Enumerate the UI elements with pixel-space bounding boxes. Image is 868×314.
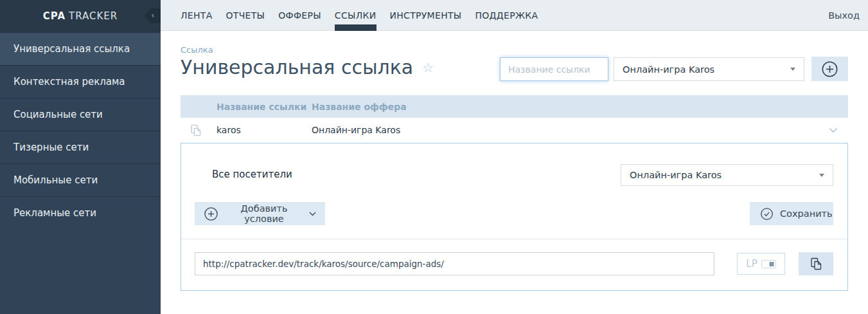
page-title: Универсальная ссылка [181, 56, 413, 78]
sidebar-item-label: Социальные сети [13, 109, 103, 120]
sidebar-item-ad-networks[interactable]: Рекламные сети [0, 196, 161, 229]
column-header-offer-name: Название оффера [312, 102, 407, 112]
breadcrumb[interactable]: Ссылка [181, 45, 213, 55]
save-label: Сохранить [780, 208, 833, 219]
sidebar-header: CPATRACKER ‹ [0, 0, 161, 32]
tab-label: ЛЕНТА [181, 10, 213, 21]
sidebar-item-label: Контекстная реклама [13, 76, 125, 88]
tracking-url-input[interactable] [195, 252, 714, 275]
tab-label: ОФФЕРЫ [278, 10, 321, 21]
sidebar-item-contextual-ads[interactable]: Контекстная реклама [0, 65, 161, 98]
tab-label: ПОДДЕРЖКА [475, 10, 538, 21]
column-header-link-name: Название ссылки [217, 102, 306, 112]
page-title-row: Универсальная ссылка ☆ [181, 56, 434, 78]
copy-url-button[interactable] [799, 252, 833, 275]
cell-link-name: karos [217, 125, 241, 135]
sidebar-item-label: Тизерные сети [13, 142, 89, 153]
panel-divider [181, 239, 847, 239]
logout-link[interactable]: Выход [828, 0, 860, 31]
link-details-panel: Все посетители Онлайн-игра Karos Добавит… [181, 143, 848, 291]
segment-label: Все посетители [212, 169, 292, 180]
tab-label: ССЫЛКИ [335, 10, 376, 21]
plus-circle-icon [204, 207, 218, 221]
app-logo-rest: TRACKER [69, 10, 118, 22]
tab-label: ОТЧЕТЫ [226, 10, 265, 21]
tab-support[interactable]: ПОДДЕРЖКА [475, 0, 538, 31]
sidebar-item-label: Универсальная ссылка [13, 43, 130, 55]
add-condition-button[interactable]: Добавить условие [195, 202, 325, 225]
check-circle-icon [760, 207, 774, 221]
copy-icon [810, 257, 822, 270]
table-header: Название ссылки Название оффера [181, 95, 848, 118]
sidebar-item-mobile-networks[interactable]: Мобильные сети [0, 163, 161, 196]
chevron-down-icon [309, 212, 316, 216]
save-button[interactable]: Сохранить [750, 202, 833, 225]
table-row[interactable]: karos Онлайн-игра Karos [181, 118, 848, 142]
sidebar: CPATRACKER ‹ Универсальная ссылка Контек… [0, 0, 161, 314]
sidebar-item-social-networks[interactable]: Социальные сети [0, 98, 161, 131]
copy-icon[interactable] [190, 124, 202, 136]
toggle-off-icon [761, 260, 776, 268]
top-navigation: ЛЕНТА ОТЧЕТЫ ОФФЕРЫ ССЫЛКИ ИНСТРУМЕНТЫ П… [161, 0, 868, 31]
tab-feed[interactable]: ЛЕНТА [181, 0, 213, 31]
sidebar-collapse-icon[interactable]: ‹ [145, 8, 161, 23]
add-link-button[interactable] [811, 57, 848, 81]
tab-links[interactable]: ССЫЛКИ [335, 0, 376, 31]
sidebar-item-label: Мобильные сети [13, 174, 98, 186]
offer-select[interactable]: Онлайн-игра Karos [614, 57, 804, 81]
sidebar-item-label: Рекламные сети [13, 207, 96, 219]
sidebar-item-teaser-networks[interactable]: Тизерные сети [0, 131, 161, 163]
tab-offers[interactable]: ОФФЕРЫ [278, 0, 321, 31]
app-logo-bold: CPA [43, 10, 66, 22]
plus-circle-icon [821, 60, 838, 78]
tab-tools[interactable]: ИНСТРУМЕНТЫ [390, 0, 462, 31]
star-icon[interactable]: ☆ [422, 60, 434, 75]
add-condition-label: Добавить условие [226, 203, 303, 224]
cell-offer-name: Онлайн-игра Karos [312, 125, 400, 135]
chevron-down-icon [790, 68, 795, 71]
app-logo: CPATRACKER [43, 10, 118, 22]
panel-offer-select[interactable]: Онлайн-игра Karos [621, 164, 833, 186]
tab-reports[interactable]: ОТЧЕТЫ [226, 0, 265, 31]
link-name-input[interactable] [500, 57, 608, 81]
offer-select-value: Онлайн-игра Karos [623, 64, 714, 75]
tab-label: ИНСТРУМЕНТЫ [390, 10, 462, 21]
sidebar-item-universal-link[interactable]: Универсальная ссылка [0, 32, 161, 65]
chevron-down-icon[interactable] [829, 127, 838, 133]
lp-label: LP [746, 258, 757, 270]
panel-offer-select-value: Онлайн-игра Karos [630, 170, 722, 180]
lp-toggle-button[interactable]: LP [737, 253, 785, 275]
chevron-down-icon [819, 174, 824, 177]
main-content: Ссылка Универсальная ссылка ☆ Онлайн-игр… [161, 31, 868, 314]
